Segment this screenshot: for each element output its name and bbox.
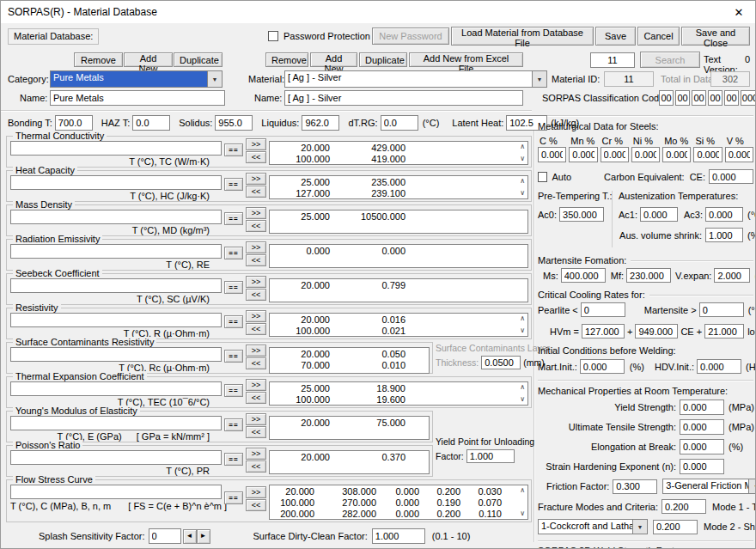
- set-equal-button[interactable]: ==: [224, 143, 243, 156]
- youngs-modulus-input[interactable]: [10, 416, 222, 430]
- pearlite-input[interactable]: [581, 302, 625, 317]
- copy-left-button[interactable]: <<: [246, 426, 266, 438]
- uts-input[interactable]: [680, 419, 724, 435]
- copy-right-button[interactable]: >>: [246, 413, 266, 425]
- resistivity-input[interactable]: [10, 313, 222, 327]
- liquidus-input[interactable]: [302, 115, 339, 131]
- copy-left-button[interactable]: <<: [246, 151, 266, 163]
- copy-left-button[interactable]: <<: [246, 323, 266, 335]
- radiation-emissivity-input[interactable]: [10, 244, 222, 259]
- friction-factor-input[interactable]: [613, 479, 657, 494]
- hvm-input-1[interactable]: [582, 324, 625, 339]
- list-row[interactable]: 0.0000.000: [271, 246, 526, 257]
- list-row[interactable]: 70.0000.010: [271, 360, 427, 371]
- mf-input[interactable]: [626, 268, 671, 283]
- martensite-gt-input[interactable]: [699, 302, 744, 317]
- close-icon[interactable]: ✕: [729, 6, 748, 19]
- scroll-up-icon[interactable]: ∧: [520, 384, 525, 391]
- category-duplicate-button[interactable]: Duplicate: [174, 52, 223, 67]
- solidus-input[interactable]: [215, 115, 253, 131]
- list-row[interactable]: 100.000270.0000.0000.1900.070: [271, 497, 526, 509]
- thermal-conductivity-input[interactable]: [10, 141, 222, 156]
- si-percent-input[interactable]: [693, 147, 722, 162]
- carbon-equivalent-input[interactable]: [709, 169, 753, 184]
- chevron-down-icon[interactable]: ▼: [748, 479, 756, 493]
- list-row[interactable]: 20.0000.799: [271, 280, 526, 291]
- save-button[interactable]: Save: [595, 27, 636, 46]
- copy-right-button[interactable]: >>: [246, 241, 266, 253]
- classification-code-input[interactable]: [692, 90, 706, 106]
- list-row[interactable]: 20.0000.370: [271, 452, 427, 463]
- strain-exponent-input[interactable]: [680, 459, 724, 474]
- classification-code-input[interactable]: [724, 90, 739, 106]
- set-equal-button[interactable]: ==: [224, 384, 243, 397]
- material-remove-button[interactable]: Remove: [265, 52, 308, 67]
- seebeck-coefficient-list[interactable]: 20.0000.799: [269, 278, 528, 302]
- list-row[interactable]: 25.00018.900: [271, 383, 526, 394]
- add-new-from-excel-button[interactable]: Add New from Excel File: [409, 52, 523, 67]
- copy-right-button[interactable]: >>: [246, 138, 266, 150]
- save-and-close-button[interactable]: Save and Close: [681, 27, 750, 46]
- copy-right-button[interactable]: >>: [246, 276, 266, 288]
- v-percent-input[interactable]: [725, 147, 753, 162]
- category-name-input[interactable]: [50, 90, 225, 106]
- spin-left-icon[interactable]: ◄: [183, 529, 197, 544]
- search-button[interactable]: Search: [640, 52, 700, 68]
- ac0-input[interactable]: [559, 207, 604, 222]
- category-dropdown[interactable]: Pure Metals ▼: [50, 70, 223, 88]
- copy-right-button[interactable]: >>: [246, 379, 266, 391]
- dirty-clean-input[interactable]: [372, 528, 425, 544]
- resistivity-list[interactable]: 20.0000.016100.0000.021 ∧ ∨: [269, 313, 528, 337]
- vexpan-input[interactable]: [714, 268, 750, 283]
- list-row[interactable]: 20.000429.000: [271, 143, 526, 154]
- classification-code-input[interactable]: [675, 90, 690, 106]
- copy-left-button[interactable]: <<: [246, 186, 266, 198]
- ms-input[interactable]: [561, 268, 606, 283]
- fracture-model-dropdown[interactable]: 1-Cockcroft and Latham ▼: [538, 519, 648, 534]
- classification-code-input[interactable]: [741, 90, 756, 106]
- thermal-expansion-list[interactable]: 25.00018.900100.00019.600 ∧ ∨: [269, 381, 528, 406]
- list-row[interactable]: 20.0000.050: [271, 349, 427, 360]
- list-row[interactable]: 100.0000.021: [271, 326, 526, 337]
- material-duplicate-button[interactable]: Duplicate: [359, 52, 407, 67]
- copy-right-button[interactable]: >>: [246, 345, 266, 357]
- copy-left-button[interactable]: <<: [246, 461, 266, 473]
- hvm-input-2[interactable]: [635, 324, 678, 339]
- thermal-conductivity-list[interactable]: 20.000429.000100.000419.000 ∧ ∨: [269, 141, 528, 165]
- set-equal-button[interactable]: ==: [224, 281, 243, 294]
- set-equal-button[interactable]: ==: [224, 453, 243, 466]
- mass-density-list[interactable]: 25.00010500.000: [269, 210, 528, 234]
- copy-left-button[interactable]: <<: [246, 499, 266, 511]
- load-material-button[interactable]: Load Material from Database File: [451, 27, 594, 46]
- flow-stress-input[interactable]: [10, 485, 222, 499]
- thickness-input[interactable]: [481, 356, 521, 369]
- list-row[interactable]: 200.000282.0000.0000.2000.110: [271, 509, 526, 520]
- scroll-down-icon[interactable]: ∨: [520, 190, 525, 197]
- cr-percent-input[interactable]: [601, 147, 629, 162]
- classification-code-input[interactable]: [659, 90, 674, 106]
- material-id-search-input[interactable]: [590, 52, 635, 68]
- copy-right-button[interactable]: >>: [246, 207, 266, 219]
- chevron-down-icon[interactable]: ▼: [532, 71, 546, 87]
- copy-left-button[interactable]: <<: [246, 220, 266, 232]
- surface-contaminants-list[interactable]: 20.0000.05070.0000.010150.0000.005: [269, 347, 430, 374]
- scroll-down-icon[interactable]: ∨: [520, 156, 525, 162]
- mode2-input[interactable]: [653, 520, 698, 534]
- spin-right-icon[interactable]: ►: [197, 529, 210, 544]
- poissons-ratio-list[interactable]: 20.0000.370: [269, 450, 430, 474]
- list-row[interactable]: 20.00075.000: [271, 418, 427, 429]
- copy-right-button[interactable]: >>: [246, 448, 266, 460]
- yield-strength-input[interactable]: [680, 400, 724, 415]
- mo-percent-input[interactable]: [662, 147, 691, 162]
- scroll-down-icon[interactable]: ∨: [520, 327, 525, 334]
- password-protection-checkbox[interactable]: [268, 31, 278, 41]
- copy-left-button[interactable]: <<: [246, 392, 266, 404]
- haz-t-input[interactable]: [132, 115, 170, 131]
- thermal-expansion-input[interactable]: [10, 381, 222, 396]
- scroll-up-icon[interactable]: ∧: [520, 487, 525, 494]
- copy-left-button[interactable]: <<: [246, 289, 266, 301]
- set-equal-button[interactable]: ==: [224, 315, 243, 328]
- set-equal-button[interactable]: ==: [224, 178, 243, 191]
- mode1-input[interactable]: [662, 499, 706, 514]
- scroll-up-icon[interactable]: ∧: [520, 178, 525, 185]
